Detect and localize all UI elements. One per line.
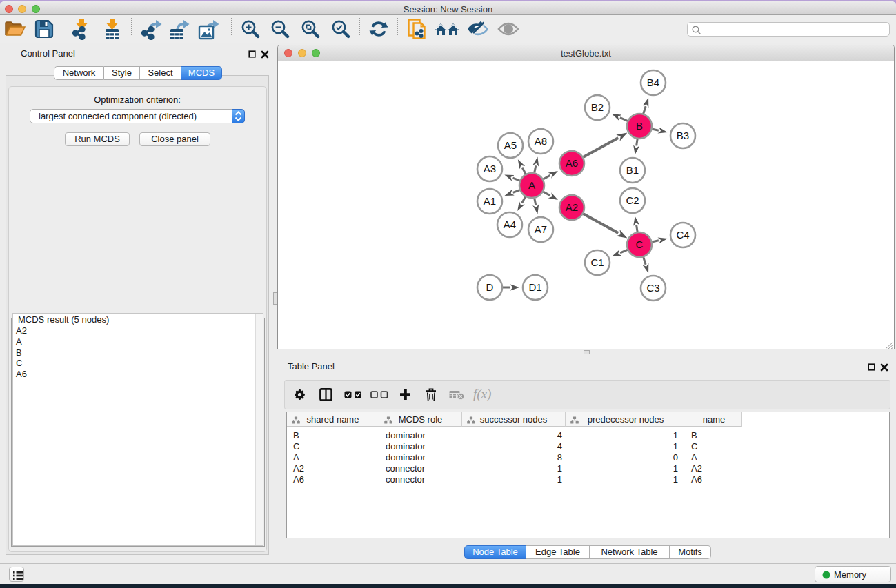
svg-text:B1: B1: [626, 164, 639, 176]
svg-text:C3: C3: [646, 282, 659, 294]
svg-text:B3: B3: [677, 130, 689, 141]
svg-text:A7: A7: [535, 223, 547, 235]
svg-text:B2: B2: [591, 101, 604, 113]
svg-text:D1: D1: [528, 281, 541, 293]
svg-text:A: A: [528, 179, 535, 191]
svg-text:C: C: [636, 239, 644, 250]
svg-text:A2: A2: [566, 201, 578, 213]
svg-text:D: D: [486, 281, 494, 293]
svg-text:A3: A3: [484, 163, 496, 174]
svg-text:B: B: [636, 120, 643, 132]
svg-text:A5: A5: [504, 139, 517, 151]
svg-text:A4: A4: [504, 219, 516, 230]
svg-text:A1: A1: [484, 195, 496, 207]
svg-text:C4: C4: [676, 229, 689, 241]
svg-text:A8: A8: [535, 135, 547, 147]
svg-text:C1: C1: [590, 256, 604, 268]
svg-text:C2: C2: [626, 194, 639, 206]
svg-text:B4: B4: [647, 77, 659, 88]
svg-text:A6: A6: [566, 157, 578, 169]
